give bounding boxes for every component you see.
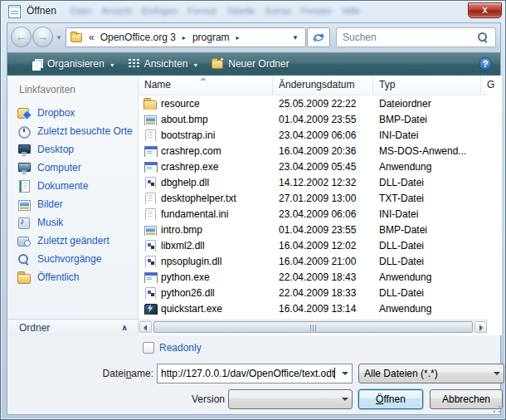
sidebar-item[interactable]: Dropbox <box>7 104 139 122</box>
cancel-button[interactable]: Abbrechen <box>430 389 503 409</box>
file-name: about.bmp <box>161 114 208 125</box>
back-button[interactable]: ← <box>11 27 32 47</box>
sidebar-item-label: Desktop <box>37 144 74 155</box>
table-row[interactable]: npsoplugin.dll 16.04.2009 21:00 DLL-Date… <box>139 253 488 269</box>
scroll-left-button[interactable] <box>139 321 152 333</box>
views-icon <box>129 59 139 69</box>
scroll-right-button[interactable] <box>474 321 487 333</box>
table-row[interactable]: libxml2.dll 16.04.2009 12:02 DLL-Datei <box>139 237 488 253</box>
sidebar-item[interactable]: Zuletzt geändert <box>7 232 139 250</box>
filename-input[interactable]: http://127.0.0.1/dav/OpenOffice/text.odt <box>157 364 353 383</box>
open-button[interactable]: Öffnen <box>358 389 423 409</box>
column-header-date[interactable]: Änderungsdatum <box>273 76 373 95</box>
forward-button[interactable]: → <box>32 27 53 47</box>
file-date: 16.04.2009 13:14 <box>273 303 373 315</box>
file-type: DLL-Datei <box>373 177 481 188</box>
file-date: 22.04.2009 18:43 <box>273 271 373 283</box>
table-row[interactable]: quickstart.exe 16.04.2009 13:14 Anwendun… <box>139 300 488 316</box>
file-type: TXT-Datei <box>373 193 481 204</box>
readonly-checkbox[interactable] <box>143 342 154 354</box>
table-row[interactable]: crashrep.com 16.04.2009 20:36 MS-DOS-Anw… <box>139 143 488 159</box>
search-input[interactable]: Suchen <box>336 27 496 47</box>
column-header-size[interactable]: G <box>481 76 494 95</box>
version-select[interactable] <box>228 389 353 409</box>
readonly-label[interactable]: Readonly <box>159 342 202 354</box>
address-dropdown-icon[interactable]: ▼ <box>292 34 305 42</box>
views-button[interactable]: Ansichten ▼ <box>122 54 206 74</box>
pictures-icon <box>17 198 31 210</box>
table-row[interactable]: dbghelp.dll 14.12.2002 12:32 DLL-Datei <box>139 174 488 190</box>
chevron-down-icon <box>338 390 352 408</box>
sidebar-item[interactable]: Öffentlich <box>7 268 139 286</box>
blurred-menu-item: Extras <box>265 6 291 16</box>
file-date: 25.05.2009 22:22 <box>273 98 373 110</box>
organize-button[interactable]: Organisieren ▼ <box>26 54 122 74</box>
table-row[interactable]: bootstrap.ini 23.04.2009 06:06 INI-Datei <box>139 127 488 143</box>
new-folder-button[interactable]: Neuer Ordner <box>205 54 295 74</box>
folders-expander[interactable]: Ordner ∧ <box>7 319 139 335</box>
sort-ascending-icon <box>200 77 207 81</box>
column-header-name[interactable]: Name <box>139 76 273 95</box>
sidebar-item-label: Öffentlich <box>37 271 79 283</box>
breadcrumb-overflow-chevron[interactable]: « <box>89 32 95 43</box>
file-name: python.exe <box>161 271 210 283</box>
filetype-value: Alle Dateien (*.*) <box>359 368 489 379</box>
sidebar-item[interactable]: Suchvorgänge <box>7 250 139 268</box>
search-placeholder: Suchen <box>337 32 478 43</box>
breadcrumb-segment[interactable]: OpenOffice.org 3 <box>98 32 178 43</box>
breadcrumb[interactable]: « OpenOffice.org 3 ▸ program ▸ ▼ <box>66 27 306 47</box>
file-date: 23.04.2009 05:45 <box>273 161 373 173</box>
blurred-menu-item: Datei <box>71 6 92 16</box>
table-row[interactable]: intro.bmp 01.04.2009 23:55 BMP-Datei <box>139 222 488 237</box>
refresh-icon <box>312 32 325 44</box>
breadcrumb-segment[interactable]: program <box>190 32 232 43</box>
history-chevron-icon[interactable]: ▼ <box>56 34 62 42</box>
sidebar-item-label: Dokumente <box>37 180 88 192</box>
close-button[interactable]: x <box>468 2 502 18</box>
file-date: 16.04.2009 21:00 <box>273 256 373 267</box>
desktop-icon <box>17 144 31 155</box>
text-caret <box>334 368 335 378</box>
help-button[interactable]: ? <box>479 57 492 71</box>
title-bar[interactable]: Öffnen DateiAnsichtEinfügenFormatTabelle… <box>1 1 506 22</box>
new-folder-label: Neuer Ordner <box>228 58 289 70</box>
folders-label: Ordner <box>7 322 50 334</box>
horizontal-scrollbar[interactable] <box>139 320 488 333</box>
filename-dropdown-button[interactable] <box>338 364 352 383</box>
table-row[interactable]: python.exe 22.04.2009 18:43 Anwendung <box>139 269 488 285</box>
organize-label: Organisieren <box>47 58 105 70</box>
horizontal-scroll-thumb[interactable] <box>153 321 473 333</box>
breadcrumb-separator-icon[interactable]: ▸ <box>178 34 190 42</box>
refresh-button[interactable] <box>307 27 330 47</box>
resize-grip[interactable] <box>493 405 501 413</box>
file-rows: resource 25.05.2009 22:22 Dateiordner ab… <box>139 95 488 316</box>
table-row[interactable]: crashrep.exe 23.04.2009 05:45 Anwendung <box>139 159 488 174</box>
background-menu-blur: DateiAnsichtEinfügenFormatTabelleExtrasF… <box>71 6 360 16</box>
blurred-menu-item: Fenster <box>301 6 332 16</box>
main-area: Linkfavoriten Dropbox Zuletzt besuchte O… <box>7 76 501 335</box>
file-date: 01.04.2009 23:55 <box>273 114 373 125</box>
file-date: 14.12.2002 12:32 <box>273 177 373 188</box>
blurred-menu-item: Einfügen <box>142 6 178 16</box>
documents-icon <box>17 180 31 192</box>
table-row[interactable]: about.bmp 01.04.2009 23:55 BMP-Datei <box>139 111 488 127</box>
file-name: fundamental.ini <box>161 208 228 220</box>
file-name: crashrep.exe <box>161 161 218 173</box>
breadcrumb-separator-icon[interactable]: ▸ <box>232 34 244 42</box>
application-icon <box>144 161 157 173</box>
sidebar-item[interactable]: Dokumente <box>7 177 139 195</box>
sidebar-item[interactable]: Bilder <box>7 195 139 213</box>
column-header-type[interactable]: Typ <box>373 76 481 95</box>
sidebar-item[interactable]: Desktop <box>7 140 139 159</box>
file-name: quickstart.exe <box>161 303 222 315</box>
table-row[interactable]: resource 25.05.2009 22:22 Dateiordner <box>139 95 488 111</box>
msdos-app-icon <box>144 145 157 157</box>
filetype-select[interactable]: Alle Dateien (*.*) <box>358 364 504 383</box>
sidebar-item[interactable]: Computer <box>7 159 139 177</box>
views-label: Ansichten <box>144 58 188 70</box>
sidebar-item[interactable]: Zuletzt besuchte Orte <box>7 122 139 140</box>
table-row[interactable]: python26.dll 22.04.2009 18:33 DLL-Datei <box>139 285 488 300</box>
table-row[interactable]: desktophelper.txt 27.01.2009 13:00 TXT-D… <box>139 190 488 206</box>
table-row[interactable]: fundamental.ini 23.04.2009 06:06 INI-Dat… <box>139 206 488 222</box>
sidebar-item[interactable]: Musik <box>7 213 139 232</box>
